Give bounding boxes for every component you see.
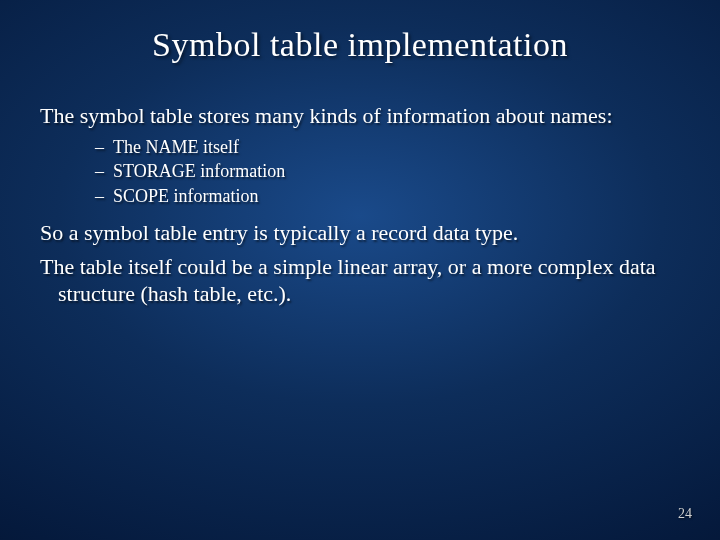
- slide-title: Symbol table implementation: [0, 0, 720, 64]
- list-item-label: SCOPE information: [113, 186, 259, 206]
- page-number: 24: [678, 506, 692, 522]
- slide-body: The symbol table stores many kinds of in…: [0, 64, 720, 308]
- list-item-label: The NAME itself: [113, 137, 239, 157]
- list-item-label: STORAGE information: [113, 161, 285, 181]
- slide: Symbol table implementation The symbol t…: [0, 0, 720, 540]
- dash-icon: –: [95, 185, 113, 208]
- closing-paragraph-2: The table itself could be a simple linea…: [40, 253, 680, 308]
- bullet-list: –The NAME itself –STORAGE information –S…: [40, 136, 680, 208]
- intro-paragraph: The symbol table stores many kinds of in…: [40, 102, 680, 130]
- list-item: –STORAGE information: [95, 160, 680, 183]
- list-item: –The NAME itself: [95, 136, 680, 159]
- list-item: –SCOPE information: [95, 185, 680, 208]
- closing-paragraph-1: So a symbol table entry is typically a r…: [40, 219, 680, 247]
- dash-icon: –: [95, 136, 113, 159]
- dash-icon: –: [95, 160, 113, 183]
